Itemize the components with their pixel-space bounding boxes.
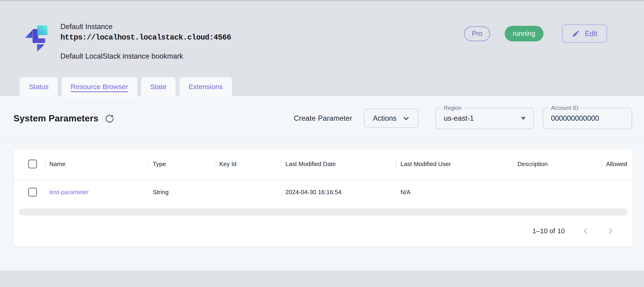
tab-state[interactable]: State (141, 77, 176, 96)
chevron-right-icon (606, 227, 614, 235)
parameters-table-card: Name Type Key Id Last Modified Date Last… (14, 148, 633, 247)
tab-resource-browser[interactable]: Resource Browser (62, 77, 137, 98)
table-header-row: Name Type Key Id Last Modified Date Last… (14, 148, 633, 180)
column-header-last-modified-user: Last Modified User (396, 160, 513, 168)
resource-toolbar: System Parameters Create Parameter Actio… (0, 96, 644, 141)
edit-button-label: Edit (585, 30, 597, 38)
region-select[interactable]: Region us-east-1 (436, 108, 534, 129)
tab-status[interactable]: Status (20, 77, 58, 96)
localstack-logo-icon (22, 24, 53, 56)
account-id-label: Account ID (549, 104, 580, 112)
refresh-button[interactable] (105, 114, 114, 123)
instance-title: Default Instance (60, 22, 231, 31)
actions-label: Actions (373, 114, 396, 122)
refresh-icon (105, 114, 114, 123)
account-id-field: Account ID (542, 108, 632, 129)
instance-header: Default Instance https://localhost.local… (0, 1, 644, 60)
region-value: us-east-1 (436, 114, 474, 122)
column-divider (45, 160, 45, 168)
chevron-down-icon (402, 115, 410, 122)
column-divider (281, 160, 281, 168)
column-divider (215, 160, 215, 168)
page-title: System Parameters (14, 113, 98, 124)
pencil-icon (572, 30, 580, 38)
column-header-description: Description (513, 160, 602, 168)
status-badge: running (505, 26, 544, 42)
next-page-button[interactable] (606, 227, 614, 235)
column-header-name: Name (45, 160, 148, 168)
column-header-last-modified-date: Last Modified Date (281, 160, 396, 168)
column-divider (148, 160, 148, 168)
chevron-left-icon (582, 227, 590, 235)
cell-last-modified-user: N/A (396, 188, 513, 196)
cell-type: String (148, 188, 215, 196)
column-divider (602, 160, 602, 168)
column-divider (396, 160, 396, 168)
tab-label: State (150, 83, 166, 91)
table-row: test-parameter String 2024-04-30 16:16:5… (14, 180, 633, 204)
parameter-name-link[interactable]: test-parameter (49, 188, 88, 196)
column-header-key-id: Key Id (215, 160, 281, 168)
tab-extensions[interactable]: Extensions (180, 77, 232, 96)
column-divider (513, 160, 513, 168)
edit-button[interactable]: Edit (562, 24, 607, 43)
instance-url: https://localhost.localstack.cloud:4566 (60, 33, 231, 42)
page-bottom-margin (0, 284, 644, 287)
column-header-allowed: Allowed (602, 160, 633, 168)
dropdown-arrow-icon (520, 116, 526, 120)
horizontal-scrollbar[interactable] (19, 208, 628, 215)
row-checkbox[interactable] (28, 188, 37, 196)
previous-page-button[interactable] (582, 227, 590, 235)
pro-badge: Pro (464, 26, 490, 41)
column-header-type: Type (148, 160, 215, 168)
region-label: Region (442, 104, 464, 112)
cell-last-modified-date: 2024-04-30 16:16:54 (281, 188, 396, 196)
tab-label: Resource Browser (71, 83, 128, 92)
pagination-range: 1–10 of 10 (532, 227, 565, 235)
select-all-checkbox[interactable] (28, 160, 37, 168)
actions-dropdown-button[interactable]: Actions (364, 109, 418, 128)
tab-label: Extensions (188, 83, 223, 91)
create-parameter-button[interactable]: Create Parameter (294, 114, 352, 122)
tab-label: Status (29, 83, 48, 91)
pagination-bar: 1–10 of 10 (14, 215, 633, 246)
resource-browser-panel: System Parameters Create Parameter Actio… (0, 96, 644, 270)
instance-description: Default LocalStack instance bookmark (60, 52, 231, 60)
instance-tabs: Status Resource Browser State Extensions (0, 77, 644, 96)
